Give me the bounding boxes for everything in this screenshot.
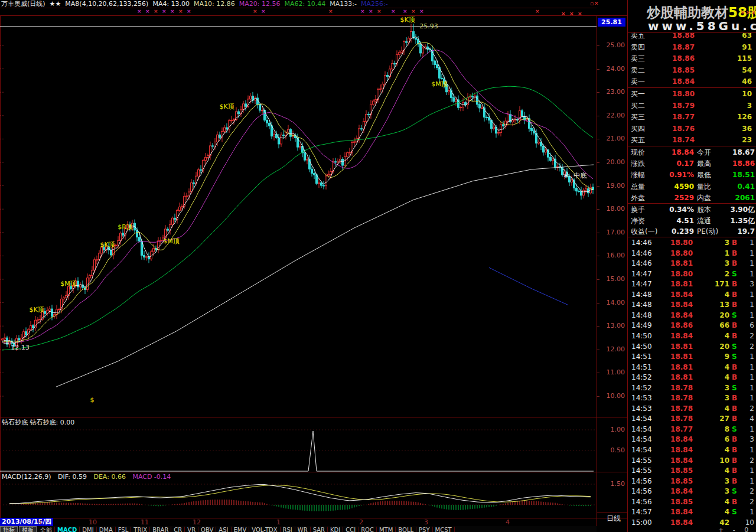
signal-marker-icon: × — [360, 9, 365, 14]
level-label: 买三 — [631, 112, 645, 122]
indicator-tab-BRAR[interactable]: BRAR — [150, 527, 171, 532]
indicator-tab-PSY[interactable]: PSY — [416, 527, 433, 532]
price-axis-label: 20.00 — [598, 158, 625, 166]
sell-level-row[interactable]: 卖三18.86115 — [628, 53, 756, 64]
chart-annotation: 25.93 — [419, 22, 438, 30]
sub1-axis-label: 0.50 — [598, 446, 625, 454]
buy-level-row[interactable]: 买三18.77126 — [628, 112, 756, 122]
tick-volume: 3 — [694, 487, 729, 497]
indicator-tab-VOL-TDX[interactable]: VOL-TDX — [249, 527, 280, 532]
tick-volume: 2 — [694, 269, 729, 279]
tab-button-模板[interactable]: 模板 — [19, 526, 37, 532]
window-close-icon[interactable]: ✕ — [594, 1, 599, 6]
axis-tick — [597, 116, 599, 116]
axis-tick — [597, 209, 599, 210]
tick-price: 18.77 — [656, 425, 693, 435]
chart-annotation: $K顶 — [29, 306, 44, 314]
indicator-tab-EMV[interactable]: EMV — [232, 527, 250, 532]
indicator-tab-SAR[interactable]: SAR — [311, 527, 328, 532]
indicator-tab-WR[interactable]: WR — [295, 527, 311, 532]
candlestick-chart[interactable]: $K顶$M顶$K顶$R顶$M顶$K顶$K顶25.93$M顶*中底12.13$ — [0, 16, 597, 417]
indicator-tab-MACD[interactable]: MACD — [55, 527, 80, 532]
tick-time: 14:51 — [631, 352, 652, 362]
indicator-tab-ROC[interactable]: ROC — [359, 527, 377, 532]
tick-side-flag: B — [732, 300, 738, 310]
buy-level-row[interactable]: 买一18.8010 — [628, 89, 756, 99]
tick-count: 2 — [738, 342, 754, 352]
signal-marker-icon: × — [411, 9, 416, 14]
info-label: 涨跌 — [631, 158, 645, 169]
info-value: 0.239 — [653, 226, 694, 237]
tick-side-flag: S — [732, 342, 738, 352]
tick-count: 2 — [738, 497, 754, 507]
indicator-tab-VR[interactable]: VR — [185, 527, 198, 532]
tick-side-flag: B — [732, 435, 738, 445]
info-value: 0.41 — [711, 181, 755, 192]
chart-annotation: $M顶 — [431, 80, 448, 88]
indicator-tab-KDJ[interactable]: KDJ — [328, 527, 343, 532]
indicator-tab-DMA[interactable]: DMA — [97, 527, 116, 532]
tick-price: 18.84 — [656, 487, 693, 497]
buy-level-row[interactable]: 买四18.7636 — [628, 123, 756, 134]
tick-count: 1 — [738, 300, 754, 310]
tick-time: 14:56 — [631, 497, 652, 507]
tick-row: 14:5118.814B1 — [628, 363, 756, 373]
info-label: 净资 — [631, 216, 645, 226]
signal-marker-icon: × — [561, 11, 566, 17]
sub1-axis-label: 1.00 — [598, 426, 625, 433]
tick-count: 1 — [738, 311, 754, 321]
buy-level-row[interactable]: 买五18.7423 — [628, 135, 756, 145]
tick-time: 14:48 — [631, 311, 652, 321]
tick-time: 14:48 — [631, 300, 652, 310]
quote-info-row: 涨跌0.17最高18.86 — [628, 158, 756, 169]
info-value: 18.86 — [711, 158, 755, 169]
sell-level-row[interactable]: 卖二18.8554 — [628, 65, 756, 76]
macd-chart[interactable] — [0, 472, 597, 518]
tick-count: 1 — [738, 445, 754, 455]
indicator-tab-CCI[interactable]: CCI — [343, 527, 359, 532]
x-axis-month-label: 3 — [424, 518, 428, 526]
tick-price: 18.78 — [656, 383, 693, 393]
indicator-tab-BOLL[interactable]: BOLL — [396, 527, 416, 532]
tick-row: 14:5018.844B2 — [628, 331, 756, 341]
tick-count: 1 — [738, 352, 754, 362]
buy-level-row[interactable]: 买二18.793 — [628, 100, 756, 111]
price-axis-label: 18.00 — [598, 205, 625, 213]
indicator-tab-FSL[interactable]: FSL — [116, 527, 132, 532]
tick-side-flag: B — [732, 393, 738, 403]
zoom-controls[interactable]: + - 0 — [718, 526, 752, 532]
chart-annotation: $M顶 — [60, 280, 77, 288]
tick-volume: 1 — [694, 249, 729, 259]
indicator-tab-MCST[interactable]: MCST — [433, 527, 455, 532]
indicator-tab-CR[interactable]: CR — [171, 527, 185, 532]
tick-row: 14:4618.801B1 — [628, 249, 756, 259]
signal-marker-icon: × — [746, 10, 751, 15]
indicator-tab-ASI[interactable]: ASI — [216, 527, 231, 532]
tick-volume: 3 — [694, 383, 729, 393]
level-volume: 36 — [699, 123, 752, 134]
level-volume: 91 — [699, 42, 752, 53]
indicator-tab-TRIX[interactable]: TRIX — [131, 527, 150, 532]
signal-marker-icon: × — [170, 9, 175, 14]
tick-volume: 4 — [694, 466, 729, 476]
indicator-tab-全部[interactable]: 全部 — [38, 527, 55, 532]
indicator-tab-OBV[interactable]: OBV — [198, 527, 216, 532]
quote-info-row: 总量4590量比0.41 — [628, 181, 756, 192]
tick-price: 18.84 — [656, 456, 693, 466]
window-minimize-icon[interactable]: ▫ — [590, 1, 594, 6]
indicator-tab-DMI[interactable]: DMI — [80, 527, 96, 532]
title-segment: MA8(4,10,20,62,133,256) — [65, 0, 148, 8]
tab-button-指标[interactable]: 指标 — [0, 526, 18, 532]
level-price: 18.79 — [660, 100, 695, 111]
indicator-tab-RSI[interactable]: RSI — [281, 527, 295, 532]
level-volume: 23 — [699, 135, 752, 145]
axis-tick — [597, 350, 599, 350]
sell-level-row[interactable]: 卖四18.8791 — [628, 42, 756, 53]
sub1-indicator-chart[interactable] — [0, 417, 597, 472]
sell-level-row[interactable]: 卖一18.8446 — [628, 76, 756, 87]
stock-app-window: 万丰奥威(日线)★★MA8(4,10,20,62,133,256)MA4: 13… — [0, 0, 756, 532]
indicator-tab-MTM[interactable]: MTM — [377, 527, 396, 532]
tick-count: 1 — [738, 507, 754, 517]
signal-marker-icon: × — [391, 9, 396, 14]
sell-level-row[interactable]: 卖五18.8863 — [628, 30, 756, 41]
